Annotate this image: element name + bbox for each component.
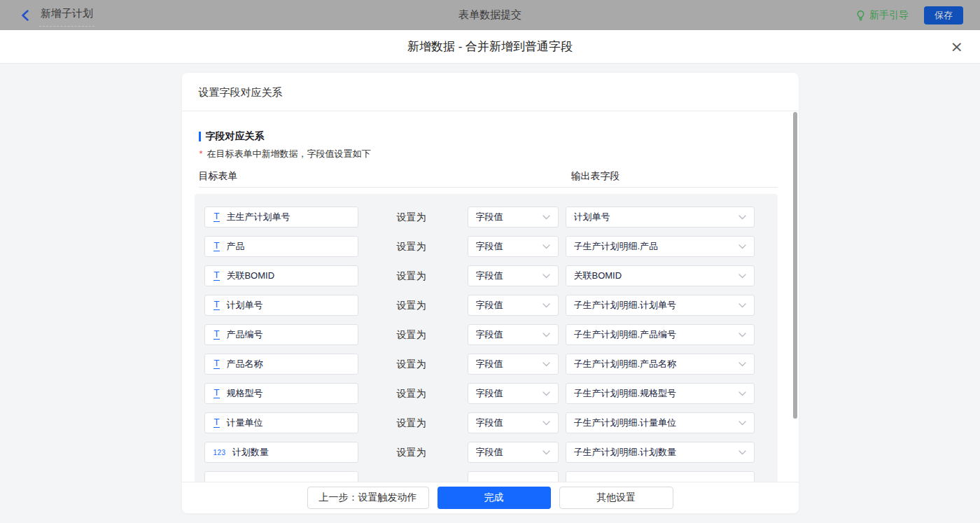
output-select-value: 子生产计划明细.产品名称 [574,358,677,370]
text-field-icon: T [214,242,220,251]
chevron-down-icon [738,421,746,426]
output-select-value: 子生产计划明细.产品编号 [574,328,677,341]
mode-select[interactable]: 字段值 [468,442,559,463]
set-as-label: 设置为 [397,442,426,463]
mode-select[interactable] [468,471,559,482]
previous-step-button[interactable]: 上一步：设置触发动作 [307,487,429,509]
mode-select-value: 字段值 [476,358,503,370]
table-row: T 产品编号 设置为 字段值 子生产计划明细.产品编号 [195,324,778,345]
output-select[interactable]: 子生产计划明细.产品 [566,236,755,257]
chevron-down-icon [738,215,746,220]
mode-select-value: 字段值 [476,328,503,341]
text-field-icon: T [214,359,220,369]
output-select[interactable] [566,471,755,482]
output-select-value: 子生产计划明细.计划数量 [574,446,677,459]
output-select[interactable]: 子生产计划明细.产品编号 [566,324,755,345]
output-select[interactable]: 子生产计划明细.计划单号 [566,295,755,316]
mode-select-value: 字段值 [476,270,503,282]
mode-select[interactable]: 字段值 [468,265,559,286]
text-field-icon: T [214,330,220,340]
save-button[interactable]: 保存 [924,6,963,25]
flow-title[interactable]: 新增子计划 [39,4,94,27]
table-row: T 产品 设置为 字段值 子生产计划明细.产品 [195,236,778,257]
chevron-down-icon [542,450,550,455]
output-select[interactable]: 子生产计划明细.计量单位 [566,412,755,433]
close-icon[interactable]: × [951,39,963,55]
mode-select-value: 字段值 [476,446,503,459]
field-mapping-card: 设置字段对应关系 字段对应关系 *在目标表单中新增数据，字段值设置如下 目标表单… [182,73,799,513]
chevron-down-icon [738,274,746,279]
target-field-box: T 主生产计划单号 [204,207,358,228]
modal-header: 新增数据 - 合并新增到普通字段 × [0,30,980,64]
column-header-target-form: 目标表单 [199,170,238,183]
chevron-down-icon [542,362,550,367]
output-select[interactable]: 子生产计划明细.产品名称 [566,354,755,375]
output-select[interactable]: 子生产计划明细.规格型号 [566,383,755,404]
chevron-down-icon [542,215,550,220]
finish-button[interactable]: 完成 [438,487,551,509]
mode-select[interactable]: 字段值 [468,295,559,316]
rows-list: T 主生产计划单号 设置为 字段值 计划单号 T 产品 设置为 字段值 [195,207,778,463]
set-as-label: 设置为 [397,265,426,286]
page-title: 表单数据提交 [0,8,980,22]
mode-select-value: 字段值 [476,387,503,400]
output-select-value: 子生产计划明细.计划单号 [574,299,677,312]
mode-select[interactable]: 字段值 [468,324,559,345]
target-field-label: 计划单号 [226,299,262,312]
target-field-box [204,471,358,482]
set-as-label: 设置为 [397,354,426,375]
chevron-down-icon [738,391,746,396]
beginner-guide-button[interactable]: 新手引导 [855,9,909,22]
mapping-rows-container: T 主生产计划单号 设置为 字段值 计划单号 T 产品 设置为 字段值 [195,194,778,482]
output-select-value: 子生产计划明细.规格型号 [574,387,677,400]
mode-select[interactable]: 字段值 [468,354,559,375]
section-title: 字段对应关系 [206,130,265,143]
mode-select[interactable]: 字段值 [468,412,559,433]
column-header-output-field: 输出表字段 [571,170,620,183]
text-field-icon: T [214,212,220,222]
output-select[interactable]: 计划单号 [566,207,755,228]
output-select[interactable]: 子生产计划明细.计划数量 [566,442,755,463]
vertical-scrollbar-thumb[interactable] [793,112,797,419]
text-field-icon: T [214,300,220,310]
helper-text-row: *在目标表单中新增数据，字段值设置如下 [200,148,371,160]
table-row: T 计划单号 设置为 字段值 子生产计划明细.计划单号 [195,295,778,316]
topbar: 新增子计划 表单数据提交 新手引导 保存 [0,0,980,30]
beginner-guide-label: 新手引导 [869,9,909,22]
set-as-label: 设置为 [397,412,426,433]
set-as-label: 设置为 [397,295,426,316]
mode-select[interactable]: 字段值 [468,236,559,257]
required-asterisk: * [200,148,203,159]
target-field-box: T 关联BOMID [204,265,358,286]
text-field-icon: T [214,271,220,281]
target-field-label: 产品编号 [226,328,262,341]
output-select-value: 关联BOMID [574,270,622,282]
chevron-down-icon [542,333,550,337]
table-row: 123 计划数量 设置为 字段值 子生产计划明细.计划数量 [195,442,778,463]
lightbulb-icon [855,10,866,21]
table-row: T 产品名称 设置为 字段值 子生产计划明细.产品名称 [195,354,778,375]
table-row: T 关联BOMID 设置为 字段值 关联BOMID [195,265,778,286]
back-button[interactable] [18,8,32,22]
target-field-label: 计划数量 [232,446,269,459]
mode-select[interactable]: 字段值 [468,383,559,404]
column-divider [199,187,778,188]
card-footer: 上一步：设置触发动作 完成 其他设置 [182,482,799,513]
chevron-down-icon [542,421,550,426]
mode-select[interactable]: 字段值 [468,207,559,228]
output-select[interactable]: 关联BOMID [566,265,755,286]
target-field-box: T 计划单号 [204,295,358,316]
target-field-label: 产品 [226,240,244,253]
target-field-box: T 产品 [204,236,358,257]
target-field-box: T 计量单位 [204,412,358,433]
target-field-label: 主生产计划单号 [226,211,290,223]
chevron-down-icon [738,303,746,308]
chevron-down-icon [738,362,746,367]
modal-title: 新增数据 - 合并新增到普通字段 [407,39,573,55]
text-field-icon: T [214,418,220,428]
chevron-left-icon [21,10,29,21]
mode-select-value: 字段值 [476,299,503,312]
other-settings-button[interactable]: 其他设置 [559,487,673,509]
mode-select-value: 字段值 [476,211,503,223]
section-marker [199,132,201,141]
